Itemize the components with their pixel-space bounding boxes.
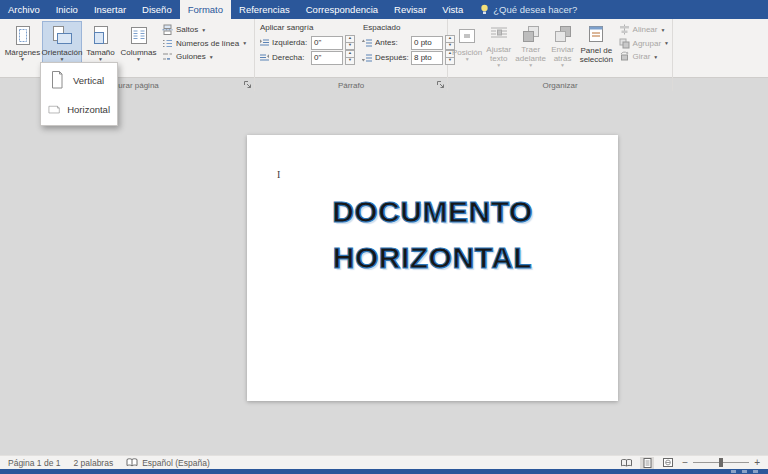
spacing-column: Espaciado Antes: 0 pto ▲▼ Después: 8 pto… <box>362 22 455 65</box>
indent-right-icon <box>259 53 270 63</box>
read-mode-icon <box>621 459 632 467</box>
panel-de-seleccion-label: Panel de selección <box>579 46 614 64</box>
ajustar-texto-button[interactable]: Ajustar texto ▼ <box>483 21 514 65</box>
proofing-book-icon <box>126 458 138 467</box>
columnas-button[interactable]: Columnas ▼ <box>119 21 158 65</box>
group-label-parrafo: Párrafo <box>255 81 447 90</box>
tray-icon <box>742 470 747 473</box>
tab-inicio[interactable]: Inicio <box>48 0 86 19</box>
dialog-launcher-icon[interactable] <box>243 80 252 89</box>
spin-down-button[interactable]: ▼ <box>345 57 355 65</box>
chevron-down-icon: ▼ <box>20 57 25 63</box>
group-configurar-pagina: Márgenes ▼ Orientación ▼ Tamaño ▼ Column… <box>0 19 255 91</box>
antes-label: Antes: <box>375 38 409 47</box>
group-label-organizar: Organizar <box>448 81 672 90</box>
status-bar-right: − + <box>619 457 760 469</box>
tab-diseno[interactable]: Diseño <box>134 0 180 19</box>
selection-pane-icon <box>585 23 607 45</box>
text-cursor: I <box>277 169 280 180</box>
spacing-after-icon <box>362 53 373 63</box>
align-icon <box>619 24 630 35</box>
enviar-atras-button[interactable]: Enviar atrás ▼ <box>547 21 578 65</box>
tab-referencias[interactable]: Referencias <box>231 0 298 19</box>
agrupar-button[interactable]: Agrupar ▼ <box>619 38 669 49</box>
menu-item-vertical-label: Vertical <box>73 75 104 86</box>
read-mode-button[interactable] <box>619 457 633 469</box>
espaciado-antes-input[interactable]: 0 pto <box>411 36 443 50</box>
sangria-izquierda-input[interactable]: 0" <box>311 36 343 50</box>
alinear-button[interactable]: Alinear ▼ <box>619 24 669 35</box>
espaciado-despues-input[interactable]: 8 pto <box>411 51 443 65</box>
document-title: DOCUMENTO HORIZONTAL <box>247 189 618 281</box>
espaciado-despues-row: Después: 8 pto ▲▼ <box>362 50 455 65</box>
position-icon <box>456 25 478 47</box>
tab-revisar[interactable]: Revisar <box>386 0 434 19</box>
chevron-down-icon: ▼ <box>660 27 665 33</box>
print-layout-button[interactable] <box>640 457 654 469</box>
page-size-icon <box>89 24 113 48</box>
menu-item-horizontal[interactable]: Horizontal <box>42 95 116 123</box>
wrap-text-icon <box>488 23 510 45</box>
traer-adelante-label: Traer adelante <box>515 45 546 63</box>
traer-adelante-button[interactable]: Traer adelante ▼ <box>514 21 547 65</box>
status-bar: Página 1 de 1 2 palabras Español (España… <box>0 455 768 469</box>
word-count-indicator[interactable]: 2 palabras <box>73 458 113 468</box>
lightbulb-icon <box>480 4 489 16</box>
zoom-slider[interactable] <box>693 462 749 463</box>
spacing-before-icon <box>362 38 373 48</box>
page-break-icon <box>162 24 173 35</box>
izquierda-label: Izquierda: <box>272 38 309 47</box>
sangria-derecha-spinner: ▲▼ <box>345 51 355 65</box>
menu-item-vertical[interactable]: Vertical <box>42 65 116 95</box>
posicion-button[interactable]: Posición ▼ <box>451 21 483 65</box>
document-page[interactable]: I DOCUMENTO HORIZONTAL <box>247 135 618 401</box>
indent-column: Aplicar sangría Izquierda: 0" ▲▼ Derecha… <box>259 22 355 65</box>
sangria-derecha-input[interactable]: 0" <box>311 51 343 65</box>
numeros-de-linea-button[interactable]: Números de línea ▼ <box>162 38 247 49</box>
despues-label: Después: <box>375 53 409 62</box>
line-numbers-icon <box>162 38 173 49</box>
orientacion-button[interactable]: Orientación ▼ <box>42 21 82 65</box>
sangria-izquierda-spinner: ▲▼ <box>345 36 355 50</box>
margenes-button[interactable]: Márgenes ▼ <box>3 21 42 65</box>
language-label: Español (España) <box>142 458 210 468</box>
print-layout-icon <box>643 458 652 468</box>
tab-archivo[interactable]: Archivo <box>0 0 48 19</box>
chevron-down-icon: ▼ <box>528 63 533 69</box>
tab-insertar[interactable]: Insertar <box>86 0 134 19</box>
panel-de-seleccion-button[interactable]: Panel de selección <box>578 21 615 65</box>
document-canvas[interactable]: I DOCUMENTO HORIZONTAL <box>0 78 768 455</box>
portrait-page-icon <box>48 70 66 90</box>
chevron-down-icon: ▼ <box>664 40 669 46</box>
chevron-down-icon: ▼ <box>560 63 565 69</box>
group-label-configurar-pagina: Configurar página <box>0 81 254 90</box>
saltos-button[interactable]: Saltos ▼ <box>162 24 247 35</box>
bring-forward-icon <box>520 23 542 45</box>
zoom-in-button[interactable]: + <box>754 458 760 468</box>
ribbon-tab-bar: Archivo Inicio Insertar Diseño Formato R… <box>0 0 768 19</box>
girar-button[interactable]: Girar ▼ <box>619 51 669 62</box>
zoom-slider-thumb[interactable] <box>719 458 723 467</box>
zoom-control: − + <box>682 458 760 468</box>
tamano-button[interactable]: Tamaño ▼ <box>82 21 119 65</box>
send-backward-icon <box>552 23 574 45</box>
derecha-label: Derecha: <box>272 53 309 62</box>
zoom-out-button[interactable]: − <box>682 458 688 468</box>
group-objects-icon <box>619 38 630 49</box>
tab-formato[interactable]: Formato <box>180 0 231 19</box>
guiones-button[interactable]: Guiones ▼ <box>162 51 247 62</box>
ajustar-texto-label: Ajustar texto <box>484 45 513 63</box>
orientation-dropdown-menu: Vertical Horizontal <box>40 62 118 126</box>
tab-vista[interactable]: Vista <box>434 0 471 19</box>
dialog-launcher-icon[interactable] <box>436 80 445 89</box>
tab-correspondencia[interactable]: Correspondencia <box>298 0 386 19</box>
web-layout-button[interactable] <box>661 457 675 469</box>
word-window: Archivo Inicio Insertar Diseño Formato R… <box>0 0 768 474</box>
tell-me-box[interactable]: ¿Qué desea hacer? <box>471 0 586 19</box>
aplicar-sangria-header: Aplicar sangría <box>260 23 355 32</box>
orientation-icon <box>50 24 74 48</box>
page-count-indicator[interactable]: Página 1 de 1 <box>8 458 60 468</box>
saltos-label: Saltos <box>176 25 198 34</box>
language-indicator[interactable]: Español (España) <box>126 458 210 468</box>
spin-down-button[interactable]: ▼ <box>345 42 355 50</box>
